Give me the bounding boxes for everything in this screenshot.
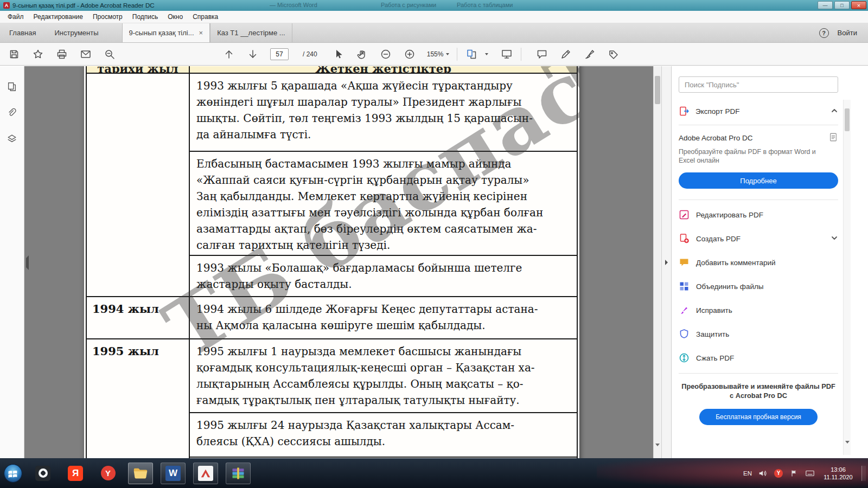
left-pane-collapse-arrow[interactable] xyxy=(26,258,29,268)
free-trial-button[interactable]: Бесплатная пробная версия xyxy=(699,409,818,425)
menu-file[interactable]: Файл xyxy=(3,13,29,21)
document-scrollbar[interactable] xyxy=(653,66,661,458)
tools-list: Редактировать PDF Создать PDF Добавить к… xyxy=(679,203,838,370)
combine-files-icon xyxy=(679,281,690,292)
zoom-level-dropdown[interactable]: 155% xyxy=(427,50,450,58)
acrobat-pro-card: Adobe Acrobat Pro DC xyxy=(679,132,838,144)
taskbar-explorer-icon[interactable] xyxy=(128,463,153,484)
table-header-year: тарихи жыл xyxy=(87,66,190,73)
menu-edit[interactable]: Редактирование xyxy=(29,13,88,21)
tab-home[interactable]: Главная xyxy=(0,23,45,42)
create-pdf-tool[interactable]: Создать PDF xyxy=(679,227,838,251)
tab-close-icon[interactable]: × xyxy=(199,29,203,37)
comment-tool-icon[interactable] xyxy=(535,48,548,61)
menu-help[interactable]: Справка xyxy=(188,13,223,21)
tab-tools[interactable]: Инструменты xyxy=(45,23,107,42)
next-page-icon[interactable] xyxy=(246,48,259,61)
save-icon[interactable] xyxy=(8,48,21,61)
menu-window[interactable]: Окно xyxy=(163,13,188,21)
taskbar-acrobat-icon[interactable] xyxy=(193,463,218,484)
start-button[interactable] xyxy=(3,464,23,483)
maximize-button[interactable]: □ xyxy=(834,1,850,9)
email-icon[interactable] xyxy=(79,48,92,61)
scrollbar-thumb[interactable] xyxy=(655,76,660,104)
chevron-up-icon[interactable] xyxy=(831,107,838,116)
page-display-mode-icon[interactable] xyxy=(465,48,478,61)
acrobat-pro-title: Adobe Acrobat Pro DC xyxy=(679,134,753,142)
print-icon[interactable] xyxy=(55,48,68,61)
volume-icon[interactable] xyxy=(758,468,768,478)
taskbar-yandex-browser-icon[interactable]: Y xyxy=(95,463,120,484)
flag-notification-icon[interactable] xyxy=(789,468,799,478)
taskbar-browser-icon[interactable] xyxy=(30,463,55,484)
minimize-button[interactable]: — xyxy=(818,1,833,9)
star-favorites-icon[interactable] xyxy=(31,48,44,61)
panel-scroll-down-arrow[interactable] xyxy=(845,444,850,453)
language-indicator[interactable]: EN xyxy=(743,470,752,477)
more-details-button[interactable]: Подробнее xyxy=(679,172,838,189)
panel-search-input[interactable] xyxy=(679,76,838,93)
left-rail xyxy=(0,66,24,458)
year-column: 1994 жыл 1995 жыл xyxy=(87,74,190,458)
zoom-out-icon[interactable] xyxy=(379,48,392,61)
edit-pdf-icon xyxy=(679,209,690,220)
layers-icon[interactable] xyxy=(5,132,18,145)
year-cell xyxy=(87,74,189,296)
add-comment-tool[interactable]: Добавить комментарий xyxy=(679,251,838,274)
scroll-down-arrow[interactable] xyxy=(655,446,660,456)
taskbar-yandex-icon[interactable]: Я xyxy=(63,463,88,484)
ink-signature-icon[interactable] xyxy=(583,48,596,61)
export-pdf-item[interactable]: Экспорт PDF xyxy=(679,106,838,117)
help-icon[interactable]: ? xyxy=(819,28,829,38)
sign-in-button[interactable]: Войти xyxy=(838,29,857,37)
table-cell: 1993 жылғы 5 қарашада «Ақша жүйесін тұра… xyxy=(190,74,577,151)
zoom-in-icon[interactable] xyxy=(403,48,416,61)
right-panel-collapse-strip[interactable] xyxy=(661,66,671,458)
taskbar: Я Y W EN Y 13:06 11.11.2020 xyxy=(0,458,868,488)
select-tool-icon[interactable] xyxy=(331,48,344,61)
clock-time: 13:06 xyxy=(821,466,856,473)
attachments-icon[interactable] xyxy=(5,106,18,119)
create-pdf-icon xyxy=(679,233,690,244)
page-display-caret[interactable] xyxy=(485,53,488,55)
send-track-icon[interactable] xyxy=(607,48,620,61)
menu-bar: Файл Редактирование Просмотр Подпись Окн… xyxy=(0,11,868,23)
hand-tool-icon[interactable] xyxy=(355,48,368,61)
desktop-screen: A 9-сынып қазақ тілі.pdf - Adobe Acrobat… xyxy=(0,0,868,488)
background-window-title: Работа с рисунками xyxy=(381,2,436,8)
taskbar-clock[interactable]: 13:06 11.11.2020 xyxy=(821,466,856,481)
word-icon: W xyxy=(165,466,181,481)
document-tab[interactable]: Каз Т1 __лестірме ... xyxy=(210,23,292,42)
table-cell: 1995 жылғы 24 наурызда Қазақстан халықта… xyxy=(190,412,577,457)
yandex-tray-icon[interactable]: Y xyxy=(774,468,783,478)
show-desktop-button[interactable] xyxy=(861,466,866,481)
presentation-mode-icon[interactable] xyxy=(500,48,513,61)
taskbar-winrar-icon[interactable] xyxy=(226,463,251,484)
edit-pdf-tool[interactable]: Редактировать PDF xyxy=(679,203,838,227)
page-number-input[interactable] xyxy=(270,48,289,60)
document-tab-label: Каз Т1 __лестірме ... xyxy=(217,29,285,37)
system-tray: EN Y 13:06 11.11.2020 xyxy=(743,466,868,481)
previous-page-icon[interactable] xyxy=(222,48,235,61)
protect-tool[interactable]: Защитить xyxy=(679,322,838,346)
zoom-search-icon[interactable] xyxy=(103,48,116,61)
panel-scrollbar-thumb[interactable] xyxy=(845,108,850,131)
tab-bar: Главная Инструменты 9-сынып қазақ тілі..… xyxy=(0,23,868,43)
taskbar-word-icon[interactable]: W xyxy=(161,463,186,484)
menu-view[interactable]: Просмотр xyxy=(88,13,127,21)
document-tab-active[interactable]: 9-сынып қазақ тілі... × xyxy=(122,23,210,42)
fill-sign-tool[interactable]: Исправить xyxy=(679,298,838,322)
page-thumbnails-icon[interactable] xyxy=(5,80,18,93)
toolbar: / 240 155% xyxy=(0,43,868,66)
touch-keyboard-icon[interactable] xyxy=(805,468,815,478)
combine-files-tool[interactable]: Объединить файлы xyxy=(679,274,838,298)
chevron-down-icon[interactable] xyxy=(831,234,838,243)
background-window-title: Работа с таблицами xyxy=(457,2,513,8)
menu-sign[interactable]: Подпись xyxy=(127,13,163,21)
compress-pdf-tool[interactable]: Сжать PDF xyxy=(679,346,838,370)
panel-scrollbar[interactable] xyxy=(843,100,851,455)
highlight-pen-icon[interactable] xyxy=(559,48,572,61)
toolbar-separator xyxy=(521,48,521,61)
right-panel-collapse-arrow[interactable] xyxy=(665,260,668,265)
close-button[interactable]: × xyxy=(851,1,866,9)
